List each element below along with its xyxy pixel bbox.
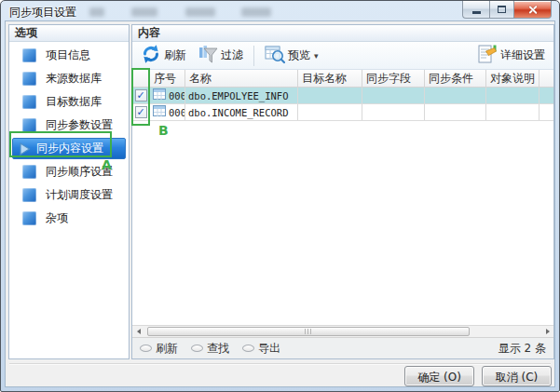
close-icon [527,5,538,15]
redacted-text [89,7,104,17]
row-checkbox[interactable]: ✓ [135,89,147,101]
detail-settings-button[interactable]: 详细设置 [472,42,550,69]
row-checkbox-cell: ✓ [132,104,150,120]
content-statusbar: 刷新 查找 导出 显示 2 条 [132,337,553,358]
sidebar-item-target-database[interactable]: 目标数据库 [9,90,129,114]
statusbar-refresh-link[interactable]: 刷新 [140,341,178,357]
sidebar-item-label: 目标数据库 [46,94,102,110]
sidebar-item-label: 来源数据库 [46,71,102,87]
options-panel: 选项 项目信息 来源数据库 目标数据库 同步参数设置 同步内容设置 [8,24,130,359]
sidebar-item-schedule[interactable]: 计划调度设置 [9,183,129,207]
table-object-icon [153,105,166,119]
maximize-button[interactable] [489,1,514,19]
table-row[interactable]: ✓ 0001 dbo.EMPOLYEE_INFO [132,88,553,104]
sidebar-item-sync-order[interactable]: 同步顺序设置 [9,160,129,183]
content-panel-header: 内容 [132,25,553,42]
statusbar-find-link[interactable]: 查找 [191,341,229,357]
ok-button[interactable]: 确定 (O) [404,366,474,386]
statusbar-export-label: 导出 [258,341,280,357]
column-sync-field[interactable]: 同步字段 [362,70,425,87]
column-object-desc[interactable]: 对象说明 [486,70,540,87]
chevron-down-icon: ▾ [314,51,319,61]
row-checkbox-cell: ✓ [132,88,150,103]
horizontal-scrollbar[interactable] [132,325,553,337]
detail-settings-icon [477,44,498,67]
column-sync-condition[interactable]: 同步条件 [425,70,486,87]
column-checkbox[interactable] [132,70,150,87]
row-seq-cell: 0001 [150,88,185,103]
sidebar-item-source-database[interactable]: 来源数据库 [9,67,129,90]
scrollbar-track[interactable] [144,326,541,337]
scrollbar-grip-icon [305,329,313,334]
sidebar-item-project-info[interactable]: 项目信息 [9,44,129,67]
footer-separator [9,363,551,365]
row-checkbox[interactable]: ✓ [135,106,147,118]
column-seq[interactable]: 序号 [150,70,185,87]
row-seq: 0001 [169,90,185,101]
filter-button[interactable]: 过滤 [193,42,248,69]
content-panel: 内容 刷新 过滤 预览 ▾ 详细设置 序号 [131,24,554,359]
close-button[interactable] [514,1,552,19]
row-field [362,104,425,120]
window-controls [462,1,552,19]
option-square-icon [22,48,36,62]
row-target [298,104,362,120]
window-title: 同步项目设置 [9,5,76,20]
row-name: dbo.EMPOLYEE_INFO [185,88,298,103]
sidebar-item-sync-content[interactable]: 同步内容设置 [12,138,126,159]
row-field [362,88,425,103]
table-empty-area [132,121,553,325]
scroll-left-button[interactable] [132,326,144,337]
minimize-button[interactable] [462,1,489,19]
record-count: 显示 2 条 [499,341,546,357]
row-condition [425,104,486,120]
column-target-name[interactable]: 目标名称 [298,70,362,87]
dialog-window: 同步项目设置 选项 项目信息 来源数据库 目标数据库 [0,0,560,392]
scroll-right-button[interactable] [541,326,553,337]
maximize-icon [498,6,506,13]
row-name: dbo.INCOME_RECORD [185,104,298,120]
statusbar-export-link[interactable]: 导出 [242,341,280,357]
table-row[interactable]: ✓ 0002 dbo.INCOME_RECORD [132,104,553,121]
sidebar-item-label: 同步内容设置 [36,141,103,156]
preview-icon [265,44,285,67]
statusbar-refresh-label: 刷新 [156,341,178,357]
row-target [298,88,362,103]
preview-button[interactable]: 预览 ▾ [260,42,323,69]
sidebar-item-sync-params[interactable]: 同步参数设置 [9,114,129,137]
preview-label: 预览 [288,47,310,63]
oval-icon [191,345,203,352]
option-square-icon [22,188,36,202]
option-square-icon [22,165,36,179]
option-square-icon [22,72,36,86]
refresh-button[interactable]: 刷新 [136,42,191,69]
options-list: 项目信息 来源数据库 目标数据库 同步参数设置 同步内容设置 同步顺序设置 [9,42,129,230]
option-square-icon [22,211,36,225]
titlebar[interactable]: 同步项目设置 [1,1,559,20]
column-filler [540,70,553,87]
table-header: 序号 名称 目标名称 同步字段 同步条件 对象说明 [132,70,553,88]
redacted-text [241,7,271,17]
row-seq: 0002 [169,107,185,118]
scrollbar-thumb[interactable] [147,327,470,336]
sidebar-item-label: 同步参数设置 [46,117,113,133]
sidebar-item-misc[interactable]: 杂项 [9,207,129,230]
play-triangle-icon [19,142,31,155]
sidebar-item-label: 项目信息 [46,47,90,63]
scroll-left-icon [137,329,141,334]
table-object-icon [153,88,166,102]
row-seq-cell: 0002 [150,104,185,120]
oval-icon [242,345,254,352]
filter-label: 过滤 [221,47,243,63]
cancel-button[interactable]: 取消 (C) [482,366,552,386]
row-condition [425,88,486,103]
row-desc [486,104,540,120]
minimize-icon [472,11,481,14]
row-filler [540,104,553,120]
detail-settings-label: 详细设置 [500,47,545,63]
oval-icon [140,345,152,352]
statusbar-find-label: 查找 [207,341,229,357]
refresh-icon [141,44,161,67]
column-name[interactable]: 名称 [185,70,298,87]
toolbar-separator [253,46,254,66]
